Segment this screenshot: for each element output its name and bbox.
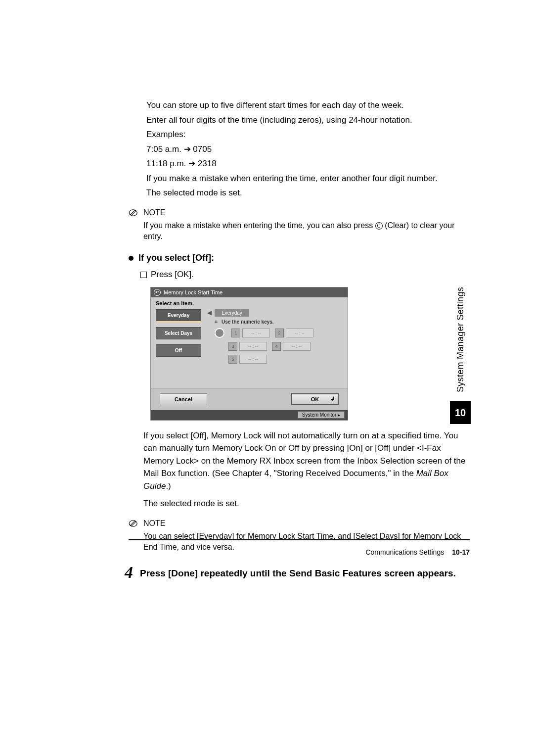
ex1-left: 7:05 a.m. — [146, 144, 184, 154]
ss-num-hint: Use the numeric keys. — [222, 319, 274, 325]
footer-section: Communications Settings — [365, 548, 444, 556]
intro-mode-set: The selected mode is set. — [146, 187, 470, 199]
ex2-right: 2318 — [195, 159, 217, 168]
time-field-4[interactable]: -- : -- — [283, 342, 311, 351]
footer-rule — [129, 539, 470, 540]
after-mode-set: The selected mode is set. — [143, 497, 470, 510]
note-label-2: NOTE — [143, 519, 165, 528]
intro-line-2: Enter all four digits of the time (inclu… — [146, 114, 470, 127]
off-heading: If you select [Off]: — [138, 253, 214, 263]
ss-select-item: Select an item. — [151, 297, 348, 309]
intro-line-mistake: If you make a mistake when entering the … — [146, 172, 470, 185]
ex1-right: 0705 — [191, 144, 212, 154]
time-field-5[interactable]: -- : -- — [239, 355, 267, 364]
footer-page-number: 10-17 — [452, 548, 470, 556]
arrow-icon: ➔ — [184, 144, 191, 154]
system-monitor-button[interactable]: System Monitor ▸ — [298, 411, 345, 419]
note-label-1: NOTE — [143, 208, 165, 217]
time-field-2[interactable]: -- : -- — [286, 329, 313, 337]
step-number-4: 4 — [125, 564, 133, 581]
slot-4[interactable]: 4 — [272, 342, 281, 351]
ss-day-label: Everyday — [215, 309, 249, 317]
ex2-left: 11:18 p.m. — [146, 159, 188, 168]
tab-everyday[interactable]: Everyday — [156, 309, 201, 322]
after-p1: If you select [Off], Memory Lock will no… — [143, 429, 470, 493]
svg-point-0 — [129, 209, 137, 215]
step-4-text: Press [Done] repeatedly until the Send B… — [140, 564, 456, 580]
note1-a: If you make a mistake when entering the … — [143, 221, 375, 230]
slot-2[interactable]: 2 — [275, 329, 284, 337]
pencil-icon — [129, 520, 139, 527]
slot-3[interactable]: 3 — [228, 342, 237, 351]
svg-point-1 — [129, 520, 137, 526]
cancel-button[interactable]: Cancel — [160, 393, 207, 405]
ss-titlebar: ↶ Memory Lock Start Time — [151, 287, 348, 297]
ok-button[interactable]: OK — [291, 393, 339, 405]
tab-select-days[interactable]: Select Days — [156, 327, 201, 339]
tab-off[interactable]: Off — [156, 344, 201, 357]
clear-key-icon: C — [375, 222, 383, 230]
chapter-number-box: 10 — [450, 401, 471, 424]
back-icon: ↶ — [154, 289, 161, 296]
pencil-icon — [129, 209, 139, 217]
press-ok-text: Press [OK]. — [151, 268, 194, 281]
intro-example-2: 11:18 p.m. ➔ 2318 — [146, 157, 470, 170]
slot-5[interactable]: 5 — [228, 355, 237, 364]
numeric-keys-icon: ⌗ — [215, 319, 218, 325]
device-screenshot: ↶ Memory Lock Start Time Select an item.… — [150, 287, 348, 421]
time-field-1[interactable]: -- : -- — [242, 329, 270, 337]
time-field-3[interactable]: -- : -- — [239, 342, 267, 351]
left-arrow-icon: ◀ — [207, 309, 212, 316]
arrow-icon: ➔ — [188, 159, 195, 168]
clock-icon — [215, 328, 224, 338]
intro-examples-label: Examples: — [146, 128, 470, 141]
bullet-icon — [129, 256, 134, 261]
intro-example-1: 7:05 a.m. ➔ 0705 — [146, 143, 470, 156]
intro-line-1: You can store up to five different start… — [146, 99, 470, 112]
side-section-title: System Manager Settings — [455, 287, 466, 392]
slot-1[interactable]: 1 — [231, 329, 240, 337]
after-p1b: .) — [166, 481, 171, 491]
ss-title-text: Memory Lock Start Time — [164, 289, 222, 295]
checkbox-icon — [140, 272, 147, 278]
note-1-text: If you make a mistake when entering the … — [143, 220, 470, 242]
